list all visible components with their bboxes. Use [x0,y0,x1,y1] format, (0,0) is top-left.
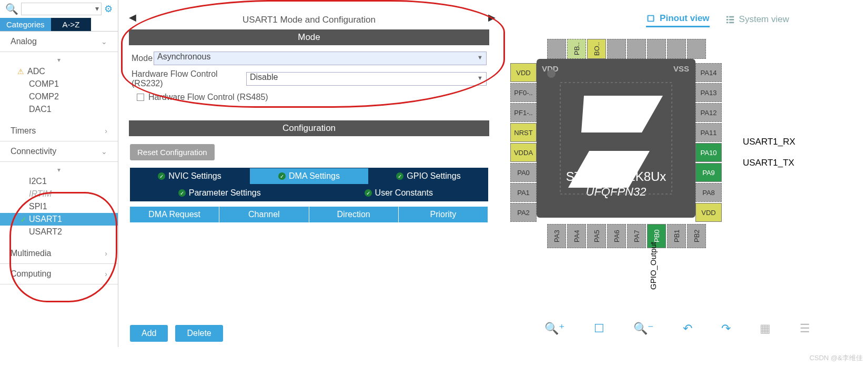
svg-rect-0 [648,16,654,22]
rotate-right-icon[interactable]: ↷ [721,322,731,335]
mode-label: Mode [132,54,154,63]
svg-rect-11 [726,22,728,23]
hwflow-select[interactable]: Disable [246,72,487,86]
grid-icon[interactable]: ▦ [760,322,771,335]
pin-vdd[interactable]: VDD [510,63,537,82]
item-dac1[interactable]: DAC1 [0,103,118,116]
add-button[interactable]: Add [130,325,168,342]
item-usart2[interactable]: USART2 [0,226,118,238]
svg-rect-10 [729,19,734,21]
pin-top-6[interactable] [647,39,666,59]
pin-pa3[interactable]: PA3 [547,224,566,248]
tab-system-view[interactable]: System view [725,13,789,27]
cat-connectivity[interactable]: Connectivity⌄ [0,141,118,162]
item-spi1[interactable]: SPI1 [0,200,118,213]
svg-rect-12 [729,22,734,23]
tab-pinout-view[interactable]: Pinout view [646,13,709,27]
dma-table-header: DMA Request Channel Direction Priority [130,207,488,222]
pin-top-2[interactable]: PB.. [567,39,586,59]
rs485-checkbox[interactable] [137,94,144,101]
menu-icon[interactable]: ☰ [800,322,810,335]
config-header: Configuration [129,120,489,136]
cat-computing[interactable]: Computing› [0,264,118,284]
pin-pa8[interactable]: PA8 [695,183,722,202]
pin-top-7[interactable] [667,39,686,59]
st-logo-icon [537,59,695,218]
pin-top-1[interactable] [547,39,566,59]
tab-user-constants[interactable]: ✓User Constants [309,185,489,201]
svg-point-13 [547,69,556,78]
cat-multimedia[interactable]: Multimedia› [0,243,118,264]
pin-pa7[interactable]: PA7 [627,224,646,248]
tab-categories[interactable]: Categories [0,18,51,31]
pin-top-4[interactable] [607,39,626,59]
cat-timers[interactable]: Timers› [0,121,118,141]
pin-pa6[interactable]: PA6 [607,224,626,248]
sort-icon[interactable]: ▾ [0,55,118,65]
svg-rect-8 [729,16,734,17]
zoom-out-icon[interactable]: 🔍⁻ [633,322,654,335]
pin-top-8[interactable] [687,39,706,59]
pin-nrst[interactable]: NRST [510,123,537,142]
label-usart1-tx: USART1_TX [743,158,794,168]
pin-pa9[interactable]: PA9 [695,163,722,182]
svg-rect-7 [726,16,728,17]
label-gpio-output: GPIO_Output [649,242,658,290]
pin-pa2[interactable]: PA2 [510,203,537,222]
hwflow-label: Hardware Flow Control (RS232) [132,69,246,88]
pin-pa10[interactable]: PA10 [695,143,722,162]
tab-dma-settings[interactable]: ✓DMA Settings [249,168,369,185]
rs485-label: Hardware Flow Control (RS485) [148,93,268,102]
watermark: CSDN @&李维佳 [810,353,863,363]
pin-pa11[interactable]: PA11 [695,123,722,142]
svg-rect-9 [726,19,728,21]
left-panel: 🔍 ⚙ Categories A->Z Analog⌄ ▾ ADC COMP1 … [0,0,118,347]
right-panel: Pinout view System view STM32F051K8Ux UF… [500,0,868,347]
mode-select[interactable]: Asynchronous [154,52,487,65]
pin-pa1[interactable]: PA1 [510,183,537,202]
gear-icon[interactable]: ⚙ [104,3,113,15]
cat-analog[interactable]: Analog⌄ [0,32,118,52]
search-input[interactable] [21,3,102,15]
zoom-in-icon[interactable]: 🔍⁺ [544,322,565,335]
item-comp1[interactable]: COMP1 [0,78,118,90]
pin-top-3[interactable]: BO.. [587,39,606,59]
pin-top-5[interactable] [627,39,646,59]
pin-pa5[interactable]: PA5 [587,224,606,248]
pin-pf0[interactable]: PF0-.. [510,83,537,102]
item-adc[interactable]: ADC [0,65,118,78]
pin-pf1[interactable]: PF1-.. [510,103,537,122]
label-usart1-rx: USART1_RX [743,137,795,147]
item-i2c1[interactable]: I2C1 [0,175,118,188]
chip-diagram[interactable]: STM32F051K8Ux UFQFPN32 VDD VSS PB.. BO..… [505,38,736,253]
rotate-left-icon[interactable]: ↶ [683,322,692,335]
tab-nvic-settings[interactable]: ✓NVIC Settings [130,168,249,185]
reset-config-button[interactable]: Reset Configuration [130,144,215,160]
delete-button[interactable]: Delete [175,325,223,342]
pin-pa14[interactable]: PA14 [695,63,722,82]
item-irtim[interactable]: IRTIM [0,188,118,200]
pin-pa4[interactable]: PA4 [567,224,586,248]
pin-vdda[interactable]: VDDA [510,143,537,162]
item-usart1[interactable]: USART1 [0,213,118,226]
item-comp2[interactable]: COMP2 [0,90,118,103]
center-panel: ◀USART1 Mode and Configuration▶ Mode Mod… [118,0,500,347]
mode-header: Mode [129,29,489,45]
tab-az[interactable]: A->Z [51,18,92,31]
tab-parameter-settings[interactable]: ✓Parameter Settings [130,185,309,201]
config-title: ◀USART1 Mode and Configuration▶ [118,11,500,29]
list-icon [725,15,735,24]
pin-vdd-r[interactable]: VDD [695,203,722,222]
pin-pa0[interactable]: PA0 [510,163,537,182]
fit-icon[interactable]: ☐ [594,322,604,335]
search-icon: 🔍 [5,3,18,15]
pin-pa12[interactable]: PA12 [695,103,722,122]
pin-pb1[interactable]: PB1 [667,224,686,248]
sort-icon[interactable]: ▾ [0,165,118,175]
pin-pa13[interactable]: PA13 [695,83,722,102]
pin-pb2[interactable]: PB2 [687,224,706,248]
pinout-toolbar: 🔍⁺ ☐ 🔍⁻ ↶ ↷ ▦ ☰ [544,322,810,335]
tab-gpio-settings[interactable]: ✓GPIO Settings [369,168,488,185]
chip-icon [646,14,655,23]
